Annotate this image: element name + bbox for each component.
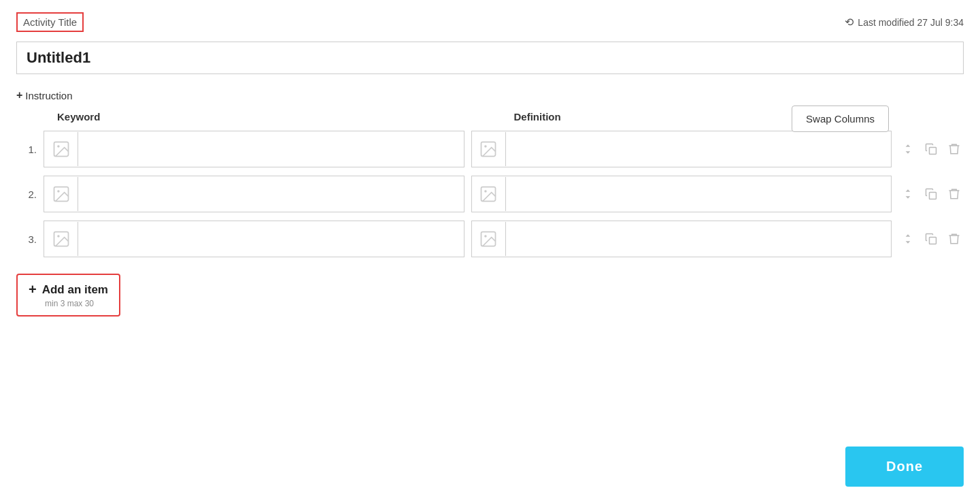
trash-icon — [947, 187, 961, 201]
keyword-cell — [44, 131, 464, 167]
rows-container: 1. — [16, 127, 964, 261]
columns-header: Keyword Definition Swap Columns — [16, 111, 964, 127]
table-row: 3. — [16, 216, 964, 261]
definition-image-placeholder[interactable] — [472, 177, 506, 211]
delete-button[interactable] — [945, 140, 964, 159]
keyword-input-2[interactable] — [78, 183, 464, 205]
trash-icon — [947, 232, 961, 246]
definition-cell — [471, 221, 892, 257]
column-definition: Definition — [507, 111, 964, 123]
title-input[interactable] — [16, 42, 964, 74]
delete-button[interactable] — [945, 184, 964, 204]
image-icon — [52, 184, 71, 204]
image-icon — [479, 184, 498, 204]
delete-button[interactable] — [945, 229, 964, 248]
last-modified-text: Last modified 27 Jul 9:34 — [858, 17, 964, 28]
table-row: 2. — [16, 172, 964, 216]
svg-rect-9 — [930, 193, 936, 199]
add-item-sublabel: min 3 max 30 — [29, 299, 94, 308]
svg-point-11 — [57, 235, 60, 238]
definition-input-1[interactable] — [506, 138, 892, 160]
copy-button[interactable] — [922, 140, 941, 159]
row-number: 1. — [16, 144, 44, 155]
keyword-image-placeholder[interactable] — [44, 177, 78, 211]
header: Activity Title ⟲ Last modified 27 Jul 9:… — [0, 0, 980, 39]
trash-icon — [947, 142, 961, 156]
column-keyword: Keyword — [16, 111, 507, 123]
row-actions — [892, 229, 964, 248]
instruction-section: + Instruction Keyword Definition Swap Co… — [0, 85, 980, 261]
last-modified: ⟲ Last modified 27 Jul 9:34 — [845, 16, 964, 29]
instruction-label: Instruction — [25, 90, 72, 101]
copy-button[interactable] — [922, 184, 941, 204]
keyword-input-3[interactable] — [78, 228, 464, 250]
reorder-icon — [901, 187, 915, 201]
definition-cell — [471, 176, 892, 212]
copy-button[interactable] — [922, 229, 941, 248]
svg-rect-14 — [930, 238, 936, 244]
done-button[interactable]: Done — [845, 447, 964, 487]
add-item-button[interactable]: + Add an item min 3 max 30 — [16, 274, 120, 317]
svg-point-13 — [484, 235, 487, 238]
instruction-button[interactable]: + Instruction — [16, 85, 73, 111]
table-row: 1. — [16, 127, 964, 172]
definition-image-placeholder[interactable] — [472, 132, 506, 166]
copy-icon — [924, 187, 938, 201]
svg-point-1 — [57, 145, 60, 148]
reorder-icon — [901, 232, 915, 246]
definition-cell — [471, 131, 892, 167]
add-item-plus-icon: + — [29, 282, 37, 297]
reorder-button[interactable] — [898, 229, 917, 248]
title-input-wrapper — [0, 39, 980, 85]
keyword-image-placeholder[interactable] — [44, 132, 78, 166]
svg-rect-4 — [930, 148, 936, 155]
definition-image-placeholder[interactable] — [472, 222, 506, 256]
definition-input-2[interactable] — [506, 183, 892, 205]
keyword-cell — [44, 221, 464, 257]
add-item-label: Add an item — [42, 283, 108, 297]
reorder-icon — [901, 142, 915, 156]
reorder-button[interactable] — [898, 140, 917, 159]
image-icon — [52, 229, 71, 248]
image-icon — [52, 140, 71, 159]
row-actions — [892, 140, 964, 159]
add-item-section: + Add an item min 3 max 30 — [0, 261, 980, 329]
plus-icon: + — [16, 89, 22, 101]
row-number: 2. — [16, 189, 44, 200]
svg-point-3 — [484, 145, 487, 148]
add-item-main: + Add an item — [29, 282, 108, 297]
svg-point-8 — [484, 190, 487, 193]
row-actions — [892, 184, 964, 204]
reorder-button[interactable] — [898, 184, 917, 204]
image-icon — [479, 140, 498, 159]
svg-point-6 — [57, 190, 60, 193]
keyword-input-1[interactable] — [78, 138, 464, 160]
copy-icon — [924, 232, 938, 246]
keyword-cell — [44, 176, 464, 212]
history-icon: ⟲ — [845, 16, 854, 29]
swap-columns-button[interactable]: Swap Columns — [792, 106, 889, 132]
image-icon — [479, 229, 498, 248]
row-number: 3. — [16, 233, 44, 245]
keyword-image-placeholder[interactable] — [44, 222, 78, 256]
definition-input-3[interactable] — [506, 228, 892, 250]
copy-icon — [924, 142, 938, 156]
activity-title-label: Activity Title — [16, 12, 84, 32]
